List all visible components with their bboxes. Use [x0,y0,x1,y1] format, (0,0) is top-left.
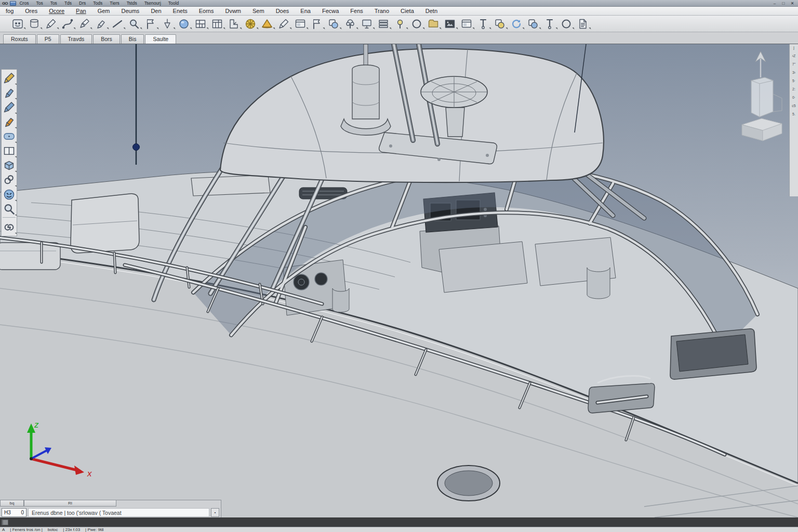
image-icon[interactable] [444,18,456,30]
rotate-gg-icon[interactable] [2,220,16,234]
polyline-icon[interactable] [111,18,124,30]
pencil2-icon[interactable] [277,18,290,30]
split-rect-icon[interactable] [2,144,16,158]
menu-pan[interactable]: Pan [70,7,92,15]
menu-enets[interactable]: Enets [167,7,193,15]
menu-ena[interactable]: Ena [295,7,316,15]
menu-cieta[interactable]: Cieta [395,7,420,15]
right-strip-glyph-3[interactable]: 3¹ [792,71,795,74]
cone-icon[interactable] [261,18,273,30]
clipboard-icon[interactable] [327,18,340,30]
wand-icon[interactable] [477,18,489,30]
title-menu-item-6[interactable]: Tiers [110,1,119,6]
pen-pair-icon[interactable] [78,18,90,30]
viewport-canvas[interactable]: z x j²Z7"3¹5·2:0·c55. bqRI H3 0 Erenus d… [0,44,798,517]
lamp-icon[interactable] [394,18,406,30]
zoom-icon[interactable] [2,202,16,216]
right-strip-glyph-2[interactable]: 7" [792,62,795,66]
button-blue-icon[interactable] [2,129,16,143]
title-menu-item-5[interactable]: Tods [93,1,102,6]
tree-icon[interactable] [344,18,356,30]
menu-den[interactable]: Den [145,7,167,15]
right-strip-glyph-0[interactable]: j [793,46,794,49]
tab-p5[interactable]: P5 [37,34,59,44]
menu-fecwa[interactable]: Fecwa [316,7,344,15]
flag2-icon[interactable] [311,18,323,30]
badge-yellow-icon[interactable] [494,18,506,30]
menu-ocore[interactable]: Ocore [43,7,70,15]
menu-deums[interactable]: Deums [116,7,145,15]
magnifier-key-icon[interactable] [128,18,140,30]
menu-detn[interactable]: Detn [420,7,443,15]
title-menu-item-2[interactable]: Tos [50,1,57,6]
marker-icon[interactable] [95,18,107,30]
floorplan-icon[interactable] [194,18,207,30]
menu-fens[interactable]: Fens [344,7,368,15]
title-menu-item-7[interactable]: Tstds [127,1,137,6]
wire-sphere-icon[interactable] [560,18,573,30]
tab-bis[interactable]: Bis [121,34,144,44]
right-strip-glyph-4[interactable]: 5· [792,79,795,83]
monitor-icon[interactable] [361,18,373,30]
loop-icon[interactable] [2,173,16,187]
menu-fog[interactable]: fog [0,7,19,15]
tab-travds[interactable]: Travds [60,34,92,44]
right-panel-strip[interactable]: j²Z7"3¹5·2:0·c55. [789,44,798,196]
box-blue-icon[interactable] [2,158,16,172]
tab-saulte[interactable]: Saulte [145,34,176,44]
menu-trano[interactable]: Trano [369,7,395,15]
title-menu-item-1[interactable]: Tos [36,1,43,6]
circle-icon[interactable] [410,18,423,30]
command-dropdown-button[interactable]: ▪ [211,508,219,517]
right-strip-glyph-7[interactable]: c5 [792,104,795,108]
menu-gem[interactable]: Gem [92,7,116,15]
right-strip-glyph-8[interactable]: 5. [792,112,795,116]
taskbar-app-icon[interactable] [2,520,8,525]
pen-yellow-icon[interactable] [2,71,16,85]
tab-roxuts[interactable]: Roxuts [3,34,36,44]
menu-ores[interactable]: Ores [19,7,43,15]
command-tab-1[interactable]: RI [24,500,116,507]
clamp-icon[interactable] [543,18,556,30]
right-strip-glyph-6[interactable]: 0· [792,96,795,99]
title-menu-item-3[interactable]: Tds [64,1,72,6]
maximize-button[interactable]: □ [781,1,786,6]
clay-model-icon[interactable] [28,18,41,30]
pen-blue-icon[interactable] [2,86,16,100]
command-prompt-box[interactable]: H3 0 [2,508,26,517]
pencil-icon[interactable] [45,18,57,30]
badge-blue-icon[interactable] [527,18,539,30]
window-grid-icon[interactable] [211,18,223,30]
menu-dvwm[interactable]: Dvwm [219,7,247,15]
folder-icon[interactable] [427,18,440,30]
command-tab-0[interactable]: bq [0,500,24,507]
title-menu-item-9[interactable]: Toold [168,1,179,6]
command-input[interactable]: Erenus dbne | too ('srlowav ( Tovaeat [28,508,209,517]
brush-orange-icon[interactable] [2,115,16,129]
panel-icon[interactable] [294,18,307,30]
wheel-icon[interactable] [244,18,257,30]
layers-icon[interactable] [377,18,390,30]
menu-sem[interactable]: Sem [247,7,270,15]
plumb-bob-icon[interactable] [161,18,174,30]
pen-blue2-icon[interactable] [2,100,16,114]
viewport-capture-icon[interactable] [11,18,24,30]
right-strip-glyph-5[interactable]: 2: [792,87,795,91]
menu-eorns[interactable]: Eorns [193,7,220,15]
minimize-button[interactable]: – [772,1,777,6]
title-menu-item-4[interactable]: Drs [79,1,86,6]
tab-bors[interactable]: Bors [93,34,120,44]
close-button[interactable]: ✕ [790,1,795,6]
plan-doc-icon[interactable] [577,18,589,30]
face-blue-icon[interactable] [2,188,16,202]
flagpole-icon[interactable] [144,18,157,30]
sphere-icon[interactable] [178,18,190,30]
pinboard-icon[interactable] [460,18,473,30]
extrude-icon[interactable] [228,18,240,30]
title-menu-item-0[interactable]: Cros [19,1,29,6]
rotate-icon[interactable] [510,18,523,30]
curve-icon[interactable] [61,18,74,30]
menu-does[interactable]: Does [270,7,295,15]
title-menu-item-8[interactable]: Tsenourj [144,1,161,6]
right-strip-glyph-1[interactable]: ²Z [792,54,796,58]
